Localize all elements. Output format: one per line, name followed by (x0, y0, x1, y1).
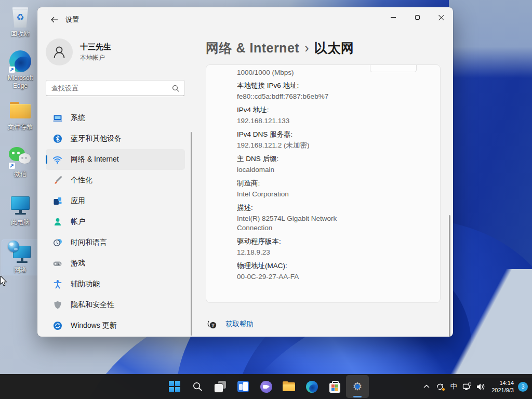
task-view-icon (215, 381, 226, 392)
edge-icon (306, 381, 318, 393)
notification-badge[interactable]: 3 (518, 382, 528, 392)
tray-ime-indicator[interactable]: 中 (447, 382, 460, 391)
desktop-icon-recycle-bin[interactable]: ♻ 回收站 (2, 5, 38, 38)
sidebar-item-label: 应用 (71, 196, 85, 206)
sidebar-item-label: 时间和语言 (71, 238, 107, 247)
sidebar-item-gaming[interactable]: 游戏 (46, 253, 185, 274)
sidebar-item-accounts[interactable]: 帐户 (46, 211, 185, 232)
accessibility-icon (52, 280, 62, 289)
property-row: 描述: Intel(R) 82574L Gigabit Network Conn… (237, 201, 424, 233)
titlebar[interactable]: 设置 (37, 7, 453, 32)
close-button[interactable] (429, 7, 453, 27)
main-scrollbar[interactable] (449, 215, 450, 337)
taskbar-search-button[interactable] (186, 375, 209, 398)
shield-icon (52, 300, 62, 310)
property-value: 00-0C-29-27-AA-FA (237, 272, 347, 282)
account-header[interactable]: 十三先生 本地帐户 (46, 38, 193, 65)
tray-network-icon[interactable] (460, 379, 474, 394)
property-label: 驱动程序版本: (237, 235, 424, 248)
sidebar-item-system[interactable]: 系统 (46, 108, 185, 128)
breadcrumb-separator-icon: › (304, 41, 309, 55)
desktop-icon-this-pc[interactable]: 此电脑 (2, 194, 38, 227)
get-help-link[interactable]: 获取帮助 (225, 320, 254, 329)
sidebar-item-privacy-security[interactable]: 隐私和安全性 (46, 295, 185, 315)
system-tray: 中 14:14 2021/9/3 3 (420, 374, 529, 399)
desktop-icon-label: 回收站 (11, 30, 30, 38)
task-view-button[interactable] (209, 375, 232, 398)
property-label: IPv4 地址: (237, 103, 424, 116)
property-row: 驱动程序版本: 12.18.9.23 (237, 235, 424, 257)
folder-icon (10, 102, 31, 118)
sidebar-item-label: 游戏 (71, 259, 85, 268)
copy-button-partial[interactable] (370, 65, 417, 72)
file-explorer-button[interactable] (277, 375, 300, 398)
sidebar-item-bluetooth-devices[interactable]: 蓝牙和其他设备 (46, 128, 185, 149)
svg-text:?: ? (211, 323, 215, 328)
desktop-icon-label: 此电脑 (11, 219, 30, 227)
desktop-icon-files[interactable]: 文件存放 (2, 98, 38, 131)
settings-window: 设置 十三先生 本地帐户 (37, 7, 453, 337)
maximize-button[interactable] (405, 7, 429, 27)
sidebar-item-label: Windows 更新 (71, 321, 117, 330)
tray-clock[interactable]: 14:14 2021/9/3 (491, 379, 514, 394)
sidebar-item-apps[interactable]: 应用 (46, 191, 185, 211)
sidebar-nav: 系统 蓝牙和其他设备 (46, 108, 185, 336)
account-type: 本地帐户 (80, 54, 111, 62)
network-icon (9, 243, 32, 263)
property-label: 主 DNS 后缀: (237, 152, 424, 165)
search-input[interactable] (51, 84, 172, 92)
update-badge-dot (442, 388, 445, 391)
edge-button[interactable] (300, 375, 323, 398)
settings-search[interactable] (46, 80, 185, 96)
sidebar-item-network-internet[interactable]: 网络 & Internet (46, 149, 185, 170)
shortcut-arrow-icon (9, 66, 15, 73)
sidebar-item-personalization[interactable]: 个性化 (46, 170, 185, 191)
system-icon (52, 113, 62, 123)
property-value: 192.168.121.133 (237, 116, 347, 126)
widgets-icon (237, 381, 249, 392)
desktop-icon-network[interactable]: 网络 (2, 240, 38, 275)
window-title: 设置 (65, 15, 79, 24)
tray-time: 14:14 (491, 379, 514, 387)
tray-chevron-up-icon[interactable] (420, 379, 433, 394)
minimize-button[interactable] (381, 7, 405, 27)
sidebar-item-label: 帐户 (71, 217, 85, 227)
taskbar-center: ⚙ (163, 374, 369, 399)
start-button[interactable] (163, 375, 186, 398)
breadcrumb-parent[interactable]: 网络 & Internet (206, 41, 299, 55)
sidebar-item-label: 隐私和安全性 (71, 300, 114, 310)
sidebar-item-label: 蓝牙和其他设备 (71, 134, 122, 143)
widgets-button[interactable] (232, 375, 255, 398)
back-button[interactable] (46, 11, 62, 28)
search-icon (192, 381, 203, 392)
property-label: 物理地址(MAC): (237, 259, 424, 272)
wifi-icon (52, 155, 62, 165)
bluetooth-icon (52, 134, 62, 144)
desktop-icon-label: 微信 (14, 170, 26, 178)
get-help-row[interactable]: ? 获取帮助 (207, 319, 453, 329)
get-help-icon: ? (207, 319, 217, 329)
chat-button[interactable] (255, 375, 277, 398)
sidebar-item-label: 个性化 (71, 176, 92, 185)
desktop-icon-label: Microsoft Edge (2, 74, 38, 90)
tray-update-icon[interactable] (433, 379, 447, 394)
recycle-bin-icon: ♻ (11, 7, 29, 28)
desktop-icon-wechat[interactable]: 微信 (2, 145, 38, 178)
desktop-icon-label: 文件存放 (8, 123, 33, 131)
sidebar-item-windows-update[interactable]: Windows 更新 (46, 315, 185, 336)
chat-icon (260, 381, 272, 393)
tray-volume-icon[interactable] (474, 379, 487, 394)
property-row: 物理地址(MAC): 00-0C-29-27-AA-FA (237, 259, 424, 282)
desktop: ♻ 回收站 Microsoft Edge 文件存放 微信 (0, 0, 532, 399)
property-row: 制造商: Intel Corporation (237, 177, 424, 199)
sidebar-scrollbar[interactable] (191, 132, 192, 336)
store-button[interactable] (323, 375, 346, 398)
settings-taskbar-button[interactable]: ⚙ (346, 375, 369, 398)
sidebar-item-time-language[interactable]: 时间和语言 (46, 232, 185, 253)
apps-icon (52, 196, 62, 206)
windows-logo-icon (169, 381, 180, 392)
sidebar-item-accessibility[interactable]: 辅助功能 (46, 274, 185, 295)
sidebar-item-label: 辅助功能 (71, 280, 100, 289)
desktop-icon-edge[interactable]: Microsoft Edge (2, 49, 38, 90)
accounts-icon (52, 217, 62, 227)
